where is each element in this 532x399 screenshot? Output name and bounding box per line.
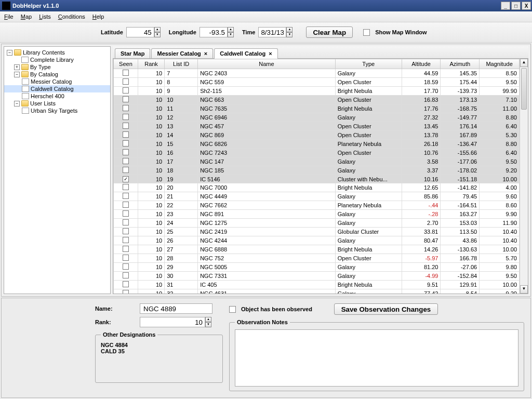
seen-checkbox[interactable]	[123, 263, 129, 270]
table-row[interactable]: 1021NGC 4449Galaxy85.8679.459.60	[114, 192, 520, 201]
seen-checkbox[interactable]	[123, 105, 129, 111]
menu-map[interactable]: Map	[21, 14, 32, 20]
time-up-icon[interactable]: ▲	[286, 27, 292, 32]
scroll-up-icon[interactable]: ▲	[520, 59, 528, 67]
table-row[interactable]: 1031IC 405Bright Nebula9.51129.9110.00	[114, 281, 520, 289]
library-tree[interactable]: −Library Contents Complete Library +By T…	[4, 46, 111, 294]
menu-conditions[interactable]: Conditions	[58, 14, 85, 20]
seen-checkbox[interactable]	[123, 87, 129, 94]
tab-messier[interactable]: Messier Catalog×	[151, 48, 213, 58]
cell[interactable]	[114, 281, 138, 289]
column-header[interactable]: Type	[335, 59, 402, 69]
table-row[interactable]: 1010NGC 663Open Cluster16.83173.137.10	[114, 96, 520, 104]
cell[interactable]	[114, 87, 138, 96]
seen-checkbox[interactable]	[123, 281, 129, 287]
seen-checkbox[interactable]	[123, 149, 129, 155]
cell[interactable]	[114, 289, 138, 294]
tab-caldwell[interactable]: Caldwell Catalog×	[214, 48, 277, 59]
cell[interactable]	[114, 183, 138, 192]
close-icon[interactable]: ×	[204, 50, 207, 57]
seen-checkbox[interactable]	[123, 255, 129, 261]
cell[interactable]	[114, 254, 138, 263]
column-header[interactable]: Rank	[138, 59, 164, 69]
cell[interactable]	[114, 236, 138, 245]
table-row[interactable]: 1017NGC 147Galaxy3.58-177.069.50	[114, 157, 520, 166]
latitude-input[interactable]	[126, 27, 154, 37]
table-row[interactable]: 1028NGC 752Open Cluster-5.97166.785.70	[114, 254, 520, 263]
cell[interactable]	[114, 140, 138, 149]
tree-messier[interactable]: Messier Catalog	[4, 78, 110, 85]
table-row[interactable]: 1027NGC 6888Bright Nebula14.26-130.6310.…	[114, 245, 520, 254]
collapse-icon[interactable]: −	[7, 50, 12, 56]
table-row[interactable]: 1019IC 5146Cluster with Nebu...10.16-151…	[114, 175, 520, 183]
seen-checkbox[interactable]	[123, 202, 129, 208]
table-row[interactable]: 1023NGC 891Galaxy-.28163.279.90	[114, 210, 520, 219]
collapse-icon[interactable]: −	[14, 72, 20, 77]
cell[interactable]	[114, 263, 138, 272]
tree-by-catalog[interactable]: −By Catalog	[4, 71, 110, 78]
table-row[interactable]: 1011NGC 7635Bright Nebula17.76-168.7511.…	[114, 104, 520, 113]
tree-urban[interactable]: Urban Sky Targets	[4, 107, 110, 114]
close-icon[interactable]: ×	[269, 50, 272, 57]
seen-checkbox[interactable]	[123, 290, 129, 294]
column-header[interactable]: Magnitude	[480, 59, 520, 69]
seen-checkbox[interactable]	[123, 228, 129, 234]
table-row[interactable]: 1020NGC 7000Bright Nebula12.65-141.824.0…	[114, 183, 520, 192]
clear-map-button[interactable]: Clear Map	[306, 26, 353, 38]
lon-up-icon[interactable]: ▲	[228, 27, 234, 32]
table-row[interactable]: 1029NGC 5005Galaxy81.20-27.069.80	[114, 263, 520, 272]
table-row[interactable]: 108NGC 559Open Cluster18.59175.449.50	[114, 78, 520, 87]
seen-checkbox[interactable]	[123, 96, 129, 102]
column-header[interactable]: Altitude	[402, 59, 441, 69]
cell[interactable]	[114, 201, 138, 210]
lon-down-icon[interactable]: ▼	[228, 32, 234, 37]
seen-checkbox[interactable]	[123, 167, 129, 173]
cell[interactable]	[114, 149, 138, 157]
name-field[interactable]	[140, 303, 212, 314]
cell[interactable]	[114, 122, 138, 131]
scroll-down-icon[interactable]: ▼	[520, 285, 528, 294]
cell[interactable]	[114, 219, 138, 228]
catalog-table[interactable]: SeenRankList IDNameTypeAltitudeAzimuthMa…	[113, 59, 520, 294]
table-row[interactable]: 1025NGC 2419Globular Cluster33.81113.501…	[114, 228, 520, 236]
rank-down-icon[interactable]: ▼	[205, 322, 211, 327]
table-row[interactable]: 1014NGC 869Open Cluster13.78167.895.30	[114, 131, 520, 140]
cell[interactable]	[114, 210, 138, 219]
show-map-checkbox[interactable]	[363, 29, 370, 36]
tree-root[interactable]: −Library Contents	[4, 49, 110, 56]
table-row[interactable]: 1032NGC 4631Galaxy77.428.549.20	[114, 289, 520, 294]
maximize-button[interactable]: □	[511, 2, 521, 10]
seen-checkbox[interactable]	[123, 158, 129, 164]
latitude-spinner[interactable]: ▲▼	[126, 27, 161, 37]
collapse-icon[interactable]: −	[14, 101, 20, 107]
longitude-input[interactable]	[200, 27, 228, 37]
cell[interactable]	[114, 228, 138, 236]
table-row[interactable]: 1026NGC 4244Galaxy80.4743.8610.40	[114, 236, 520, 245]
cell[interactable]	[114, 78, 138, 87]
tree-by-type[interactable]: +By Type	[4, 63, 110, 71]
seen-checkbox[interactable]	[123, 210, 129, 217]
seen-checkbox[interactable]	[123, 114, 129, 120]
cell[interactable]	[114, 157, 138, 166]
seen-checkbox[interactable]	[123, 131, 129, 138]
longitude-spinner[interactable]: ▲▼	[200, 27, 234, 37]
time-down-icon[interactable]: ▼	[286, 32, 292, 37]
vertical-scrollbar[interactable]: ▲ ▼	[520, 59, 528, 294]
time-input[interactable]	[258, 27, 286, 37]
scroll-thumb[interactable]	[521, 68, 527, 110]
tree-herschel[interactable]: Herschel 400	[4, 92, 110, 100]
seen-checkbox[interactable]	[123, 140, 129, 147]
seen-checkbox[interactable]	[123, 193, 129, 199]
menu-file[interactable]: File	[4, 14, 14, 20]
cell[interactable]	[114, 131, 138, 140]
table-row[interactable]: 1015NGC 6826Planetary Nebula26.18-136.47…	[114, 140, 520, 149]
cell[interactable]	[114, 245, 138, 254]
cell[interactable]	[114, 272, 138, 281]
cell[interactable]	[114, 104, 138, 113]
menu-help[interactable]: Help	[92, 14, 104, 20]
close-button[interactable]: X	[522, 2, 531, 10]
column-header[interactable]: Seen	[114, 59, 138, 69]
observed-checkbox[interactable]	[229, 306, 236, 313]
cell[interactable]	[114, 113, 138, 122]
menu-lists[interactable]: Lists	[39, 14, 51, 20]
